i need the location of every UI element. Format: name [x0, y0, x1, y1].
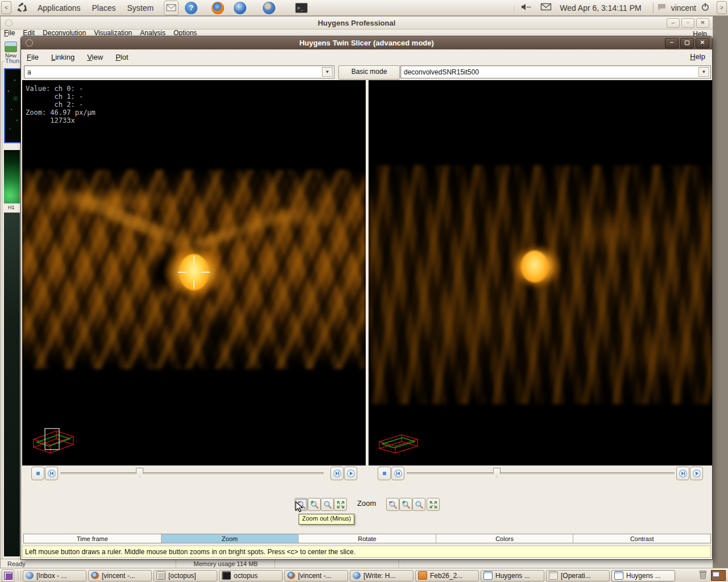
user-menu[interactable]: vincent	[671, 3, 696, 13]
ts-minimize-button[interactable]: –	[665, 38, 679, 48]
terminal-dark-icon	[222, 571, 231, 580]
chevron-down-icon[interactable]: ▼	[322, 67, 333, 77]
slice-view-original[interactable]: Value: ch 0: - ch 1: - ch 2: - Zoom: 46.…	[22, 80, 366, 465]
tab-contrast[interactable]: Contrast	[573, 534, 710, 543]
ts-status-bar: Left mouse button draws a ruler. Middle …	[22, 546, 711, 558]
ts-menubar: File Linking View Plot	[21, 49, 712, 64]
tab-zoom[interactable]: Zoom	[162, 534, 299, 543]
mail-icon[interactable]	[164, 1, 179, 15]
mail-client-icon	[26, 572, 34, 579]
ts-menu-file[interactable]: File	[27, 53, 39, 61]
taskbar-item-feb26[interactable]: Feb26_2...	[415, 570, 479, 581]
crosshair-tick-bottom	[193, 280, 195, 289]
panel-collapse-right-button[interactable]: >	[717, 1, 727, 14]
help-icon[interactable]: ?	[184, 1, 198, 15]
hp-statusbar: Ready Memory usage 114 MB	[1, 559, 713, 568]
skip-to-end-button[interactable]	[676, 467, 689, 480]
zoom-in-button-right[interactable]	[399, 498, 412, 511]
play-button[interactable]	[344, 467, 357, 480]
hp-menu-file[interactable]: File	[4, 29, 15, 37]
stop-button[interactable]	[378, 467, 391, 480]
slider-thumb[interactable]	[136, 468, 143, 477]
firefox-icon[interactable]	[211, 1, 225, 15]
chevron-down-icon[interactable]: ▼	[698, 67, 709, 77]
thunderbird-icon[interactable]	[233, 1, 247, 15]
taskbar-item-huygens-2[interactable]: Huygens ...	[611, 570, 675, 581]
menu-system[interactable]: System	[122, 0, 160, 15]
ts-menu-help[interactable]: Help	[690, 52, 705, 61]
hp-maximize-button[interactable]: ▫	[681, 18, 694, 28]
taskbar-item-operations[interactable]: [Operati...	[546, 570, 610, 581]
taskbar-item-huygens-1[interactable]: Huygens ...	[481, 570, 544, 581]
slider-thumb[interactable]	[493, 468, 500, 477]
slice-slider-right	[378, 467, 703, 480]
taskbar-item-octopus[interactable]: octopus	[219, 570, 283, 581]
play-button[interactable]	[690, 467, 703, 480]
panel-collapse-left-button[interactable]: <	[1, 1, 11, 14]
zoom-fit-button-right[interactable]	[427, 498, 440, 511]
crosshair-tick-left	[178, 272, 187, 273]
ts-maximize-button[interactable]: ▢	[680, 38, 694, 48]
app-window-pale-icon	[549, 571, 558, 580]
panel-handle: ⋮	[511, 5, 517, 11]
skip-to-start-button[interactable]	[45, 467, 58, 480]
taskbar-item-write[interactable]: [Write: H...	[350, 570, 413, 581]
zoom-in-button-left[interactable]	[308, 498, 321, 511]
ts-menu-view[interactable]: View	[87, 53, 103, 61]
mail-notify-icon[interactable]	[540, 3, 552, 13]
slice-combobox[interactable]: a ▼	[24, 65, 334, 78]
power-icon[interactable]	[701, 2, 710, 13]
taskbar-item-octopus-min[interactable]: [octopus]	[154, 570, 217, 581]
twin-slicer-window: Huygens Twin Slicer (advanced mode) – ▢ …	[20, 36, 713, 560]
slice-view-deconvolved[interactable]	[369, 80, 712, 465]
hp-minimize-button[interactable]: –	[667, 18, 680, 28]
hp-image-thumbnail[interactable]	[4, 150, 20, 203]
slider-track[interactable]	[60, 472, 324, 475]
hp-image-thumbnail-selected[interactable]	[4, 68, 21, 143]
menu-places[interactable]: Places	[86, 0, 122, 15]
skip-to-start-button[interactable]	[391, 467, 404, 480]
taskbar-item-firefox-1[interactable]: [vincent -...	[88, 570, 152, 581]
basic-mode-button[interactable]: Basic mode	[338, 65, 400, 80]
tab-rotate[interactable]: Rotate	[299, 534, 436, 543]
volume-icon[interactable]	[520, 3, 531, 13]
show-desktop-button[interactable]	[2, 569, 14, 582]
tab-time-frame[interactable]: Time frame	[24, 534, 162, 543]
zoom-reset-button-right[interactable]	[412, 498, 425, 511]
orientation-cube-icon	[30, 427, 77, 459]
distro-logo-icon[interactable]	[15, 1, 29, 15]
ts-close-button[interactable]: ✕	[696, 38, 709, 48]
stop-button[interactable]	[31, 467, 44, 480]
slider-track[interactable]	[407, 472, 675, 475]
zoom-out-button-right[interactable]	[386, 498, 399, 511]
clock[interactable]: Wed Apr 6, 3:14:11 PM	[560, 3, 641, 13]
hp-status-ready: Ready	[7, 560, 26, 567]
chat-icon[interactable]	[657, 3, 667, 13]
ts-window-icon	[26, 39, 33, 47]
hp-image-thumbnail[interactable]	[4, 213, 20, 556]
ts-titlebar[interactable]: Huygens Twin Slicer (advanced mode) – ▢ …	[21, 36, 712, 49]
mail-client-icon	[353, 572, 361, 579]
taskbar-handle	[18, 571, 21, 580]
image-combobox[interactable]: deconvolvedSNR15it500 ▼	[400, 65, 711, 78]
taskbar-item-firefox-2[interactable]: [vincent -...	[284, 570, 348, 581]
terminal-icon[interactable]: >_	[295, 1, 308, 15]
ts-menu-plot[interactable]: Plot	[115, 53, 128, 61]
ts-menu-linking[interactable]: Linking	[51, 53, 75, 61]
skip-to-end-button[interactable]	[330, 467, 344, 480]
zoom-reset-button-left[interactable]	[321, 498, 334, 511]
hp-titlebar[interactable]: Huygens Professional – ▫ ✕	[1, 16, 713, 30]
orientation-cube-icon	[377, 431, 420, 459]
hp-scene-icon[interactable]	[5, 41, 17, 52]
taskbar-item-inbox[interactable]: [Inbox - ...	[23, 570, 86, 581]
hp-thumbnails-group-label: Thun	[5, 57, 20, 64]
web-browser-icon[interactable]	[262, 1, 276, 15]
tab-colors[interactable]: Colors	[436, 534, 574, 543]
trash-icon[interactable]	[698, 569, 708, 582]
menu-applications[interactable]: Applications	[32, 0, 86, 15]
zoom-section-label: Zoom	[357, 499, 376, 508]
hp-close-button[interactable]: ✕	[696, 18, 709, 28]
zoom-fit-button-left[interactable]	[334, 498, 347, 511]
workspace-switcher[interactable]	[711, 570, 726, 581]
ts-window-title: Huygens Twin Slicer (advanced mode)	[21, 39, 712, 47]
